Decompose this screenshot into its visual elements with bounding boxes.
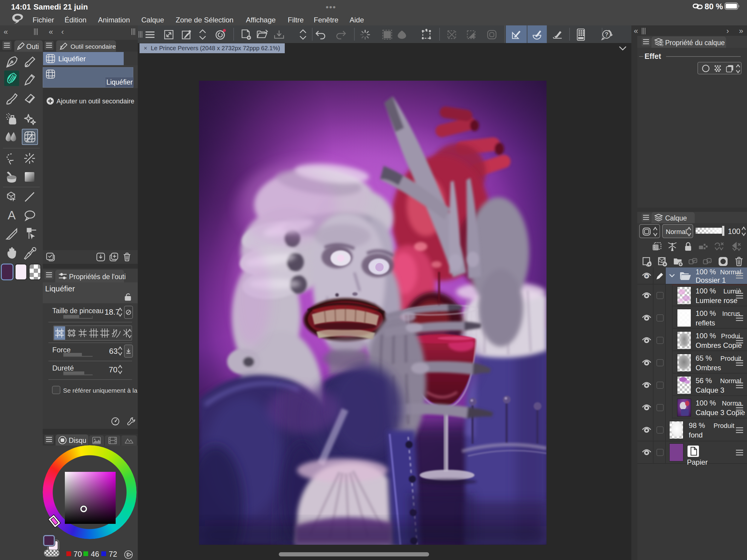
svg-text:A: A [8,209,16,222]
svg-text:XD: XD [660,44,663,47]
svg-text:?: ? [605,31,608,37]
svg-text:0.0: 0.0 [660,41,663,44]
